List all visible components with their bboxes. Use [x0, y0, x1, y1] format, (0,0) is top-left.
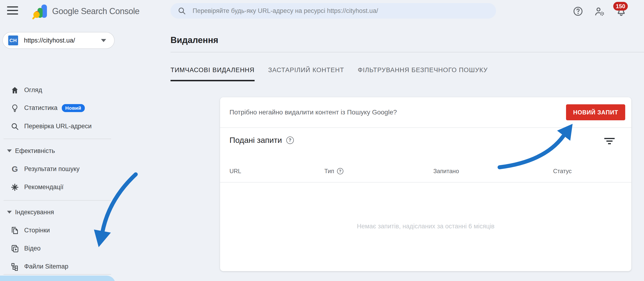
url-inspect-searchbar[interactable] — [170, 3, 496, 18]
header-divider — [170, 52, 644, 52]
submitted-requests-title: Подані запити — [230, 136, 282, 145]
sidebar-item-videos[interactable]: Відео — [0, 240, 116, 258]
tab-safesearch-filtering[interactable]: ФІЛЬТРУВАННЯ БЕЗПЕЧНОГО ПОШУКУ — [358, 66, 488, 81]
property-url: https://cityhost.ua/ — [24, 37, 101, 44]
sidebar-item-insights[interactable]: Статистика Новий — [0, 99, 116, 117]
sidebar-section-indexing[interactable]: Індексування — [0, 203, 116, 221]
column-header-requested: Запитано — [433, 168, 459, 174]
help-icon — [572, 6, 584, 17]
table-header-divider — [220, 182, 631, 182]
settings-users-button[interactable] — [594, 6, 605, 17]
submitted-requests-header: Подані запити ? — [230, 136, 294, 145]
section-collapse-icon — [7, 150, 12, 152]
column-header-type: Тип ? — [324, 168, 343, 174]
new-request-button[interactable]: НОВИЙ ЗАПИТ — [566, 104, 625, 120]
tab-outdated-content[interactable]: ЗАСТАРІЛИЙ КОНТЕНТ — [268, 66, 344, 81]
video-pages-icon — [10, 244, 19, 253]
google-g-icon: G — [10, 165, 19, 174]
empty-state-message: Немає запитів, надісланих за останні 6 м… — [220, 223, 631, 230]
sidebar-item-recommendations[interactable]: Рекомендації — [0, 178, 116, 196]
removals-card: Потрібно негайно видалити контент із Пош… — [220, 97, 631, 271]
property-favicon: CH — [7, 34, 19, 46]
asterisk-icon — [10, 183, 19, 192]
sidebar-divider — [4, 200, 111, 201]
magnifier-icon — [10, 122, 19, 131]
property-selector[interactable]: CH https://cityhost.ua/ — [2, 32, 114, 49]
pages-icon — [10, 226, 19, 235]
removal-prompt-text: Потрібно негайно видалити контент із Пош… — [230, 97, 397, 127]
sidebar-item-overview[interactable]: Огляд — [0, 81, 116, 99]
top-app-bar: Google Search Console 150 — [0, 0, 644, 24]
filter-button[interactable] — [604, 136, 615, 146]
sidebar-item-pages[interactable]: Сторінки — [0, 221, 116, 240]
sidebar-item-search-results[interactable]: G Результати пошуку — [0, 160, 116, 178]
sidebar-divider — [4, 274, 111, 275]
help-circle-icon[interactable]: ? — [286, 136, 294, 144]
sidebar-item-sitemaps[interactable]: Файли Sitemap — [0, 258, 116, 276]
filter-icon — [604, 136, 615, 146]
sidebar-divider — [4, 138, 111, 139]
app-title: Google Search Console — [52, 6, 140, 16]
app-logo: Google Search Console — [32, 3, 140, 19]
sidebar-item-insights-label: Статистика — [24, 104, 58, 112]
help-button[interactable] — [572, 6, 584, 17]
sitemap-tree-icon — [10, 262, 19, 271]
notification-count-badge[interactable]: 150 — [613, 2, 628, 10]
sidebar-item-url-inspection[interactable]: Перевірка URL-адреси — [0, 117, 116, 135]
lightbulb-icon — [10, 104, 19, 112]
search-icon — [178, 6, 186, 15]
user-settings-icon — [594, 6, 605, 17]
menu-icon[interactable] — [7, 6, 18, 16]
card-divider — [220, 127, 631, 128]
eye-off-icon — [10, 280, 19, 281]
help-circle-icon[interactable]: ? — [337, 168, 343, 174]
sidebar: CH https://cityhost.ua/ Огляд Статистика… — [0, 24, 116, 281]
sidebar-item-removals[interactable]: Видалення — [0, 276, 116, 281]
column-header-status: Статус — [553, 168, 572, 174]
chevron-down-icon — [101, 39, 106, 42]
tab-temporary-removals[interactable]: ТИМЧАСОВІ ВИДАЛЕННЯ — [170, 66, 254, 81]
sidebar-section-performance[interactable]: Ефективність — [0, 142, 116, 160]
column-header-url: URL — [230, 168, 241, 174]
tab-bar: ТИМЧАСОВІ ВИДАЛЕННЯ ЗАСТАРІЛИЙ КОНТЕНТ Ф… — [170, 66, 488, 81]
home-icon — [10, 86, 19, 95]
search-console-logo-icon — [32, 3, 48, 19]
section-collapse-icon — [7, 211, 12, 214]
search-input[interactable] — [192, 7, 489, 14]
new-badge: Новий — [62, 104, 85, 112]
page-title: Видалення — [170, 35, 218, 45]
